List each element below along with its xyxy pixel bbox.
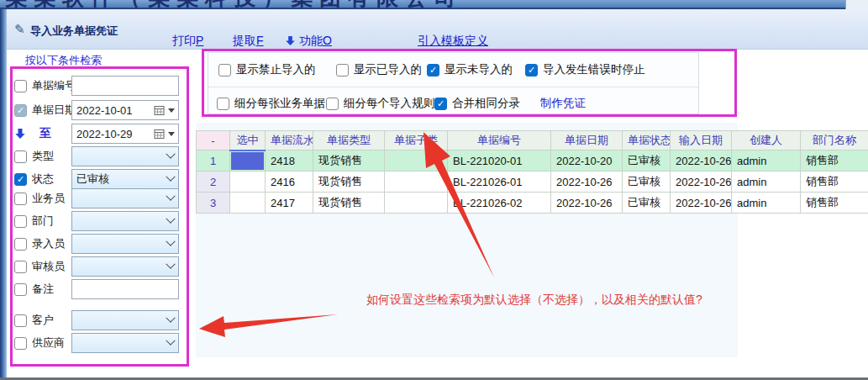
row-number-cell[interactable]: 3 — [197, 193, 230, 214]
annotation-box-options — [202, 49, 737, 117]
selected-cell[interactable] — [230, 172, 266, 193]
window-left-border — [0, 9, 7, 377]
doc-no-cell[interactable]: BL-221026-01 — [448, 172, 551, 193]
doc-type-cell[interactable]: 现货销售 — [313, 172, 385, 193]
doc-status-cell[interactable]: 已审核 — [623, 172, 671, 193]
header-entry-date: 输入日期 — [671, 131, 732, 150]
doc-subtype-cell[interactable] — [385, 150, 448, 172]
annotation-question: 如何设置这些检索项为默认选择（不选择），以及相关的默认值? — [366, 293, 702, 308]
print-button[interactable]: 打印P — [172, 34, 203, 49]
header-doc-no: 单据编号 — [448, 131, 551, 150]
header-creator: 创建人 — [732, 131, 801, 150]
table-header-row: - 选中 单据流水 单据类型 单据子类 单据编号 单据日期 单据状态 输入日期 … — [197, 131, 868, 150]
annotation-box-filters — [10, 66, 189, 367]
window-title: 导入业务单据凭证 — [30, 24, 118, 39]
doc-serial-cell[interactable]: 2416 — [266, 172, 313, 193]
print-label: 打印 — [172, 34, 196, 47]
selected-cell[interactable] — [230, 193, 266, 214]
entry-date-cell[interactable]: 2022-10-26 — [671, 172, 732, 193]
doc-date-cell[interactable]: 2022-10-20 — [551, 150, 623, 172]
department-cell[interactable]: 销售部 — [801, 193, 868, 214]
extract-button[interactable]: 提取F — [233, 34, 264, 49]
table-row[interactable]: 3 2417 现货销售 BL-221026-02 2022-10-26 已审核 … — [197, 193, 868, 214]
header-corner: - — [197, 131, 230, 150]
header-department: 部门名称 — [801, 131, 868, 150]
creator-cell[interactable]: admin — [732, 172, 801, 193]
doc-subtype-cell[interactable] — [385, 193, 448, 214]
doc-serial-cell[interactable]: 2418 — [266, 150, 313, 172]
doc-no-cell[interactable]: BL-221020-01 — [448, 150, 551, 172]
doc-serial-cell[interactable]: 2417 — [266, 193, 313, 214]
doc-type-cell[interactable]: 现货销售 — [313, 193, 385, 214]
doc-no-cell[interactable]: BL-221026-02 — [448, 193, 551, 214]
doc-date-cell[interactable]: 2022-10-26 — [551, 172, 623, 193]
function-hotkey: O — [323, 34, 332, 47]
table-row[interactable]: 2 2416 现货销售 BL-221026-01 2022-10-26 已审核 … — [197, 172, 868, 193]
doc-date-cell[interactable]: 2022-10-26 — [551, 193, 623, 214]
header-doc-serial: 单据流水 — [266, 131, 313, 150]
parent-window-title: 某某软件（某某科技）集团有限公司 — [5, 0, 462, 9]
doc-status-cell[interactable]: 已审核 — [623, 193, 671, 214]
doc-type-cell[interactable]: 现货销售 — [313, 150, 385, 172]
header-selected: 选中 — [230, 131, 266, 150]
creator-cell[interactable]: admin — [732, 150, 801, 172]
row-number-cell[interactable]: 2 — [197, 172, 230, 193]
down-arrow-icon — [285, 35, 296, 46]
parent-window-fragment — [845, 0, 868, 9]
table-row[interactable]: 1 2418 现货销售 BL-221020-01 2022-10-20 已审核 … — [197, 150, 868, 172]
extract-label: 提取 — [233, 34, 256, 47]
parent-window-titlebar: 某某软件（某某科技）集团有限公司 — [0, 0, 868, 9]
row-number-cell[interactable]: 1 — [197, 150, 230, 172]
creator-cell[interactable]: admin — [732, 193, 801, 214]
header-doc-subtype: 单据子类 — [385, 131, 448, 150]
function-menu-button[interactable]: 功能O — [285, 34, 332, 49]
entry-date-cell[interactable]: 2022-10-26 — [671, 193, 732, 214]
extract-hotkey: F — [256, 34, 264, 47]
doc-status-cell[interactable]: 已审核 — [623, 150, 671, 172]
import-template-button[interactable]: 引入模板定义 — [418, 34, 488, 49]
doc-subtype-cell[interactable] — [385, 172, 448, 193]
selected-cell[interactable] — [230, 150, 266, 172]
department-cell[interactable]: 销售部 — [801, 172, 868, 193]
documents-table: - 选中 单据流水 单据类型 单据子类 单据编号 单据日期 单据状态 输入日期 … — [196, 130, 868, 214]
header-doc-date: 单据日期 — [551, 131, 623, 150]
print-hotkey: P — [196, 34, 203, 47]
function-label: 功能 — [299, 34, 323, 47]
window-pen-icon: ✎ — [14, 22, 25, 37]
cell-selection-highlight — [231, 152, 264, 170]
entry-date-cell[interactable]: 2022-10-26 — [671, 150, 732, 172]
department-cell[interactable]: 销售部 — [801, 150, 868, 172]
header-doc-status: 单据状态 — [623, 131, 671, 150]
screen: 某某软件（某某科技）集团有限公司 ✎ 导入业务单据凭证 打印P 提取F 功能O … — [0, 0, 868, 380]
header-doc-type: 单据类型 — [313, 131, 385, 150]
